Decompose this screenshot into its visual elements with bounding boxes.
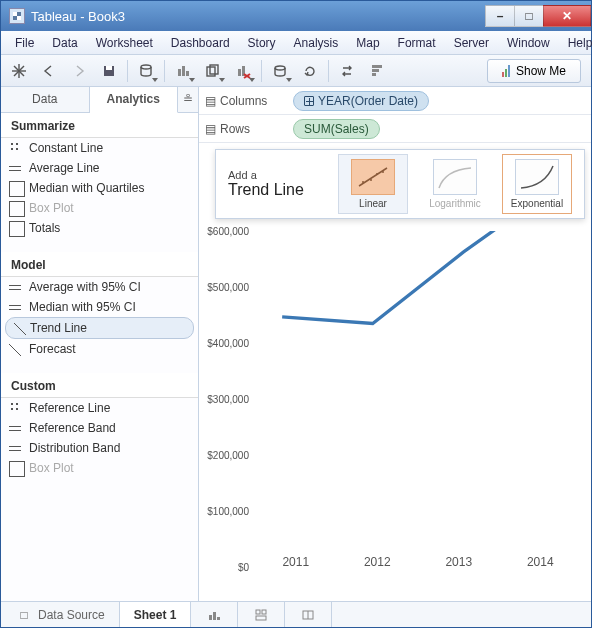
average-line-item[interactable]: Average Line xyxy=(1,158,198,178)
rows-label: Rows xyxy=(220,122,250,136)
trend-line-item[interactable]: Trend Line xyxy=(5,317,194,339)
x-tick: 2013 xyxy=(445,555,472,569)
new-dashboard-tab[interactable] xyxy=(238,602,285,627)
data-tab[interactable]: Data xyxy=(1,87,90,112)
menu-analysis[interactable]: Analysis xyxy=(286,33,347,53)
tableau-logo-icon[interactable] xyxy=(5,58,33,84)
minimize-button[interactable]: – xyxy=(485,5,515,27)
save-button[interactable] xyxy=(95,58,123,84)
new-worksheet-tab[interactable] xyxy=(191,602,238,627)
svg-rect-8 xyxy=(182,66,185,76)
close-button[interactable]: ✕ xyxy=(543,5,591,27)
y-tick: $300,000 xyxy=(207,394,255,405)
menu-bar: File Data Worksheet Dashboard Story Anal… xyxy=(1,31,591,55)
svg-point-16 xyxy=(275,66,285,70)
y-tick: $600,000 xyxy=(207,226,255,237)
trend-line-drop-popup: Add a Trend Line Linear Logarithmic xyxy=(215,149,585,219)
trend-add-label: Add a xyxy=(228,169,304,181)
constant-line-item[interactable]: Constant Line xyxy=(1,138,198,158)
trend-title-label: Trend Line xyxy=(228,181,304,199)
y-tick: $500,000 xyxy=(207,282,255,293)
window-title: Tableau - Book3 xyxy=(31,9,486,24)
columns-icon: ▤ xyxy=(205,94,216,108)
menu-story[interactable]: Story xyxy=(240,33,284,53)
linear-icon xyxy=(351,159,395,195)
data-source-tab[interactable]: □ Data Source xyxy=(1,602,120,627)
totals-item[interactable]: Totals xyxy=(1,218,198,238)
columns-label: Columns xyxy=(220,94,267,108)
data-source-icon: □ xyxy=(15,606,33,624)
svg-rect-9 xyxy=(186,71,189,76)
title-bar: Tableau - Book3 – □ ✕ xyxy=(1,1,591,31)
svg-rect-17 xyxy=(372,73,376,76)
reference-band-item[interactable]: Reference Band xyxy=(1,418,198,438)
analytics-tab[interactable]: Analytics xyxy=(90,87,179,113)
rows-shelf[interactable]: ▤Rows SUM(Sales) xyxy=(199,115,591,143)
show-me-label: Show Me xyxy=(516,64,566,78)
maximize-button[interactable]: □ xyxy=(514,5,544,27)
rows-pill-sum-sales[interactable]: SUM(Sales) xyxy=(293,119,380,139)
svg-point-24 xyxy=(382,171,384,173)
svg-rect-19 xyxy=(372,65,382,68)
median-95ci-item[interactable]: Median with 95% CI xyxy=(1,297,198,317)
auto-update-button[interactable] xyxy=(266,58,294,84)
menu-file[interactable]: File xyxy=(7,33,42,53)
back-button[interactable] xyxy=(35,58,63,84)
columns-shelf[interactable]: ▤Columns YEAR(Order Date) xyxy=(199,87,591,115)
data-source-button[interactable] xyxy=(132,58,160,84)
svg-point-22 xyxy=(370,179,372,181)
y-tick: $0 xyxy=(238,562,255,573)
y-tick: $400,000 xyxy=(207,338,255,349)
forward-button[interactable] xyxy=(65,58,93,84)
line-chart: 2011201220132014 xyxy=(255,231,581,567)
distribution-band-item[interactable]: Distribution Band xyxy=(1,438,198,458)
menu-data[interactable]: Data xyxy=(44,33,85,53)
svg-rect-29 xyxy=(262,610,266,614)
pane-options-icon[interactable]: ≗ xyxy=(178,87,198,112)
sheet1-tab[interactable]: Sheet 1 xyxy=(120,602,192,627)
summarize-header: Summarize xyxy=(1,113,198,138)
svg-rect-7 xyxy=(178,69,181,76)
swap-button[interactable] xyxy=(333,58,361,84)
trend-logarithmic-option[interactable]: Logarithmic xyxy=(420,154,490,214)
new-story-tab[interactable] xyxy=(285,602,332,627)
avg-95ci-item[interactable]: Average with 95% CI xyxy=(1,277,198,297)
show-me-button[interactable]: Show Me xyxy=(487,59,581,83)
svg-point-23 xyxy=(376,173,378,175)
forecast-item[interactable]: Forecast xyxy=(1,339,198,359)
menu-server[interactable]: Server xyxy=(446,33,497,53)
new-dashboard-icon xyxy=(252,606,270,624)
svg-rect-12 xyxy=(238,69,241,76)
trend-linear-option[interactable]: Linear xyxy=(338,154,408,214)
menu-dashboard[interactable]: Dashboard xyxy=(163,33,238,53)
x-tick: 2014 xyxy=(527,555,554,569)
x-tick: 2012 xyxy=(364,555,391,569)
custom-header: Custom xyxy=(1,373,198,398)
expand-icon xyxy=(304,96,314,106)
exponential-icon xyxy=(515,159,559,195)
svg-point-21 xyxy=(362,181,364,183)
median-quartiles-item[interactable]: Median with Quartiles xyxy=(1,178,198,198)
columns-pill-year-orderdate[interactable]: YEAR(Order Date) xyxy=(293,91,429,111)
svg-rect-27 xyxy=(217,617,220,620)
menu-map[interactable]: Map xyxy=(348,33,387,53)
menu-format[interactable]: Format xyxy=(390,33,444,53)
menu-help[interactable]: Help xyxy=(560,33,592,53)
reference-line-item[interactable]: Reference Line xyxy=(1,398,198,418)
toolbar: Show Me xyxy=(1,55,591,87)
x-tick: 2011 xyxy=(282,555,309,569)
new-worksheet-icon xyxy=(205,606,223,624)
new-worksheet-button[interactable] xyxy=(169,58,197,84)
trend-exponential-option[interactable]: Exponential xyxy=(502,154,572,214)
svg-line-20 xyxy=(359,168,387,186)
refresh-button[interactable] xyxy=(296,58,324,84)
menu-worksheet[interactable]: Worksheet xyxy=(88,33,161,53)
duplicate-sheet-button[interactable] xyxy=(199,58,227,84)
rows-icon: ▤ xyxy=(205,122,216,136)
menu-window[interactable]: Window xyxy=(499,33,558,53)
logarithmic-icon xyxy=(433,159,477,195)
sort-asc-button[interactable] xyxy=(363,58,391,84)
app-icon xyxy=(9,8,25,24)
clear-sheet-button[interactable] xyxy=(229,58,257,84)
side-panel: Data Analytics ≗ Summarize Constant Line… xyxy=(1,87,199,601)
